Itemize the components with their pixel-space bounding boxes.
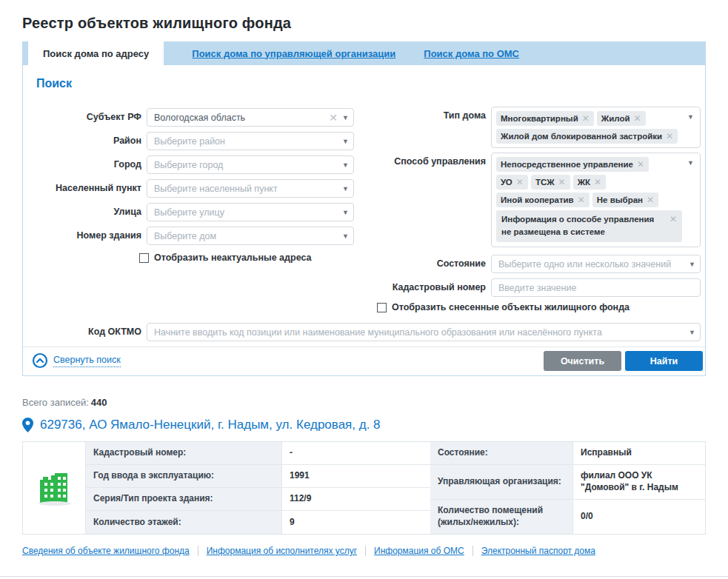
detail-value: 0/0 bbox=[573, 500, 705, 534]
street-label: Улица bbox=[23, 203, 141, 221]
field-row-subject: Субъект РФ Вологодская область ✕ ▼ bbox=[23, 108, 354, 127]
management-tag: Иной кооператив✕ bbox=[496, 193, 590, 207]
detail-label: Количество этажей: bbox=[86, 511, 282, 534]
detail-label: Кадастровый номер: bbox=[86, 442, 282, 465]
field-row-state: Состояние Выберите одно или несколько зн… bbox=[349, 255, 701, 273]
chevron-down-icon[interactable]: ▼ bbox=[342, 114, 349, 121]
collapse-circle-up-icon bbox=[32, 352, 48, 369]
link-oms-info[interactable]: Информация об ОМС bbox=[366, 546, 473, 556]
subject-label: Субъект РФ bbox=[23, 108, 141, 127]
chevron-down-icon[interactable]: ▼ bbox=[342, 209, 349, 216]
detail-value: Исправный bbox=[573, 442, 705, 465]
collapse-search-link[interactable]: Свернуть поиск bbox=[32, 352, 121, 369]
link-object-info[interactable]: Сведения об объекте жилищного фонда bbox=[22, 546, 198, 556]
detail-value: - bbox=[282, 442, 430, 465]
house-type-label: Тип дома bbox=[349, 107, 486, 148]
remove-tag-icon[interactable]: ✕ bbox=[594, 177, 601, 187]
panel-divider bbox=[23, 347, 705, 347]
state-placeholder: Выберите одно или несколько значений bbox=[498, 259, 684, 270]
oktmo-combobox[interactable]: Начните вводить код позиции или наименов… bbox=[147, 323, 701, 341]
remove-tag-icon[interactable]: ✕ bbox=[666, 131, 673, 141]
chevron-down-icon[interactable]: ▼ bbox=[687, 159, 694, 167]
field-row-city: Город Выберите город ▼ bbox=[23, 155, 354, 174]
chevron-down-icon[interactable]: ▼ bbox=[342, 161, 349, 169]
city-select[interactable]: Выберите город ▼ bbox=[147, 155, 354, 174]
detail-label: Серия/Тип проекта здания: bbox=[86, 488, 282, 511]
total-records-value: 440 bbox=[91, 397, 107, 408]
remove-tag-icon[interactable]: ✕ bbox=[558, 177, 566, 187]
search-panel: Поиск Субъект РФ Вологодская область ✕ ▼… bbox=[22, 65, 706, 376]
registry-page: Реестр объектов жилищного фонда Поиск до… bbox=[0, 0, 728, 556]
district-label: Район bbox=[23, 132, 141, 150]
result-card: Кадастровый номер: - Год ввода в эксплуа… bbox=[22, 441, 706, 535]
remove-tag-icon[interactable]: ✕ bbox=[647, 195, 654, 205]
building-number-placeholder: Выберите дом bbox=[154, 231, 338, 241]
field-row-street: Улица Выберите улицу ▼ bbox=[23, 203, 354, 221]
result-address-link[interactable]: 629736, АО Ямало-Ненецкий, г. Надым, ул.… bbox=[40, 418, 381, 432]
clear-icon[interactable]: ✕ bbox=[329, 112, 338, 124]
chevron-down-icon[interactable]: ▼ bbox=[342, 232, 349, 240]
link-service-providers[interactable]: Информация об исполнителях услуг bbox=[198, 546, 366, 556]
building-number-label: Номер здания bbox=[23, 227, 141, 245]
tab-bar: Поиск дома по адресу Поиск дома по управ… bbox=[22, 41, 706, 65]
demolished-checkbox[interactable] bbox=[377, 303, 387, 312]
remove-tag-icon[interactable]: ✕ bbox=[578, 195, 585, 205]
result-links: Сведения об объекте жилищного фонда Инфо… bbox=[22, 546, 706, 556]
chevron-down-icon[interactable]: ▼ bbox=[689, 261, 695, 268]
management-tag: ЖК✕ bbox=[573, 175, 606, 190]
chevron-down-icon[interactable]: ▼ bbox=[689, 329, 695, 336]
house-type-tag: Многоквартирный✕ bbox=[496, 111, 594, 126]
street-placeholder: Выберите улицу bbox=[154, 207, 338, 218]
house-type-tag: Жилой дом блокированной застройки✕ bbox=[496, 129, 678, 144]
state-select[interactable]: Выберите одно или несколько значений ▼ bbox=[491, 255, 701, 273]
page-title: Реестр объектов жилищного фонда bbox=[22, 0, 706, 32]
remove-tag-icon[interactable]: ✕ bbox=[516, 177, 524, 187]
tab-search-by-address[interactable]: Поиск дома по адресу bbox=[28, 41, 164, 65]
subject-select[interactable]: Вологодская область ✕ ▼ bbox=[147, 108, 354, 127]
remove-tag-icon[interactable]: ✕ bbox=[582, 113, 590, 124]
field-row-settlement: Населенный пункт Выберите населенный пун… bbox=[23, 179, 354, 198]
detail-label: Год ввода в эксплуатацию: bbox=[86, 465, 282, 488]
management-tag: УО✕ bbox=[496, 175, 528, 190]
management-multiselect[interactable]: Непосредственное управление✕ УО✕ ТСЖ✕ ЖК… bbox=[491, 153, 701, 247]
management-tag: Непосредственное управление✕ bbox=[496, 157, 649, 172]
demolished-label: Отобразить снесенные объекты жилищного ф… bbox=[392, 302, 630, 312]
management-tag: Не выбран✕ bbox=[592, 193, 658, 207]
tab-search-by-organization[interactable]: Поиск дома по управляющей организации bbox=[192, 41, 395, 65]
detail-label: Состояние: bbox=[430, 442, 573, 465]
oktmo-label: Код ОКТМО bbox=[23, 323, 141, 341]
clear-button[interactable]: Очистить bbox=[544, 351, 621, 371]
city-label: Город bbox=[23, 155, 141, 174]
settlement-placeholder: Выберите населенный пункт bbox=[154, 184, 338, 194]
remove-tag-icon[interactable]: ✕ bbox=[634, 113, 641, 124]
settlement-select[interactable]: Выберите населенный пункт ▼ bbox=[147, 179, 354, 198]
detail-value: 112/9 bbox=[282, 488, 430, 511]
district-select[interactable]: Выберите район ▼ bbox=[147, 132, 354, 150]
chevron-down-icon[interactable]: ▼ bbox=[342, 138, 349, 145]
result-details-right: Состояние: Исправный Управляющая организ… bbox=[430, 442, 705, 534]
building-icon-cell bbox=[23, 442, 86, 534]
field-row-house-type: Тип дома Многоквартирный✕ Жилой✕ Жилой д… bbox=[349, 107, 701, 148]
remove-tag-icon[interactable]: ✕ bbox=[669, 212, 677, 226]
tab-search-by-oms[interactable]: Поиск дома по ОМС bbox=[424, 41, 519, 65]
field-row-building: Номер здания Выберите дом ▼ bbox=[23, 227, 354, 245]
cadastral-input[interactable] bbox=[491, 278, 701, 297]
inactive-addresses-checkbox[interactable] bbox=[139, 253, 149, 263]
house-type-multiselect[interactable]: Многоквартирный✕ Жилой✕ Жилой дом блокир… bbox=[491, 107, 701, 148]
chevron-down-icon[interactable]: ▼ bbox=[687, 113, 694, 121]
detail-label: Количество помещений (жилых/нежилых): bbox=[430, 500, 573, 534]
building-number-select[interactable]: Выберите дом ▼ bbox=[147, 227, 354, 245]
remove-tag-icon[interactable]: ✕ bbox=[637, 159, 644, 170]
collapse-search-label: Свернуть поиск bbox=[53, 355, 121, 367]
subject-value: Вологодская область bbox=[154, 113, 324, 123]
street-select[interactable]: Выберите улицу ▼ bbox=[147, 203, 354, 221]
detail-value: 9 bbox=[282, 511, 430, 534]
chevron-down-icon[interactable]: ▼ bbox=[342, 185, 349, 193]
search-heading: Поиск bbox=[36, 77, 72, 90]
link-electronic-passport[interactable]: Электронный паспорт дома bbox=[473, 546, 604, 556]
find-button[interactable]: Найти bbox=[625, 351, 703, 371]
state-label: Состояние bbox=[349, 255, 486, 273]
result-details-left: Кадастровый номер: - Год ввода в эксплуа… bbox=[23, 442, 430, 534]
cadastral-label: Кадастровый номер bbox=[349, 278, 486, 297]
management-tag: ТСЖ✕ bbox=[531, 175, 570, 190]
